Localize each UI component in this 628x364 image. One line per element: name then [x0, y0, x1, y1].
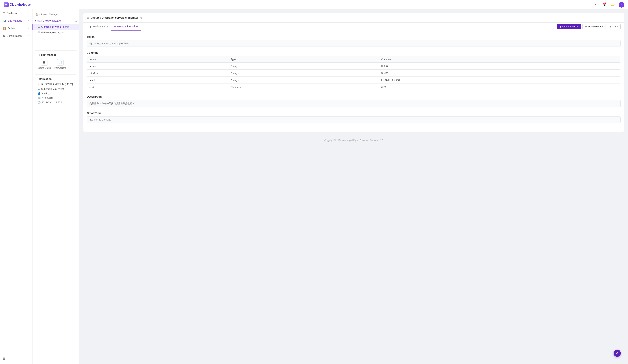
col-type: Number ▾	[229, 84, 379, 91]
tree-group-header[interactable]: ✦ 线上交易服务监控工程 ▲	[32, 18, 79, 24]
content-card: ☰ Group：Gjd:trade_servcalls_monitor ⧉ ◆ …	[83, 13, 625, 132]
app-logo[interactable]: ★ XL-LightHouse	[3, 2, 31, 7]
table-row: interface String ▾ 接口名	[87, 70, 621, 77]
tree-item-gjd-trade-source-stat[interactable]: ☰ Gjd:trade_source_stat	[32, 30, 79, 35]
info-stat-text: 线上交易服务监控指标	[41, 87, 65, 90]
create-group-icon: ☰	[41, 59, 47, 66]
columns-table: Name Type Comment service String ▾	[87, 56, 621, 91]
more-button[interactable]: ⊕ More	[607, 24, 621, 29]
table-row: result String ▾ 0：成功，1：失败	[87, 77, 621, 84]
sidebar-item-stat-manage-label: Stat Manage	[8, 19, 27, 22]
sidebar-item-dashboard-label: Dashboard	[7, 12, 27, 15]
sidebar-item-stat-manage[interactable]: 📊 Stat Manage ▾	[0, 17, 32, 24]
permissions-icon: 📄	[57, 59, 64, 66]
notification-icon[interactable]: 📅	[601, 2, 607, 7]
tree-group-name: 线上交易服务监控工程	[38, 19, 61, 22]
sidebar-item-configuration[interactable]: ⚙ Configuration ▾	[0, 32, 32, 40]
breadcrumb-current: Project Manage	[41, 13, 58, 16]
breadcrumb: 🏠 / Project Manage	[32, 11, 79, 17]
info-project-icon: ✦	[38, 83, 40, 85]
chevron-down-icon-4: ▾	[28, 35, 29, 37]
info-stat-icon: ☰	[38, 87, 40, 90]
tab-statistic-items[interactable]: ◆ Statistic Items	[87, 22, 111, 31]
panel-actions: ☰ Create Group 📄 Permissions	[38, 59, 74, 69]
tab-group-icon: ☰	[114, 25, 116, 28]
columns-table-header-row: Name Type Comment	[87, 56, 621, 63]
description-label: Description	[87, 95, 621, 98]
description-value: 交易服务 -- 依赖外部接口调用量数据监控！	[87, 100, 621, 107]
content-body: Token Gjd:trade_servcalls_monitor [10030…	[83, 31, 624, 132]
fab-button[interactable]: A	[614, 350, 621, 357]
type-chevron-icon[interactable]: ▾	[238, 72, 239, 74]
topnav: ★ XL-LightHouse ✂ 📅 🌙 A	[0, 0, 628, 9]
theme-icon[interactable]: 🌙	[610, 2, 616, 7]
content-card-table-icon: ☰	[87, 16, 89, 19]
menu-icon[interactable]: ☰	[3, 357, 5, 360]
content-card-title: Group：Gjd:trade_servcalls_monitor	[91, 16, 138, 19]
tree-item-gjd-trade-servcalls-monitor-label: Gjd:trade_servcalls_monitor	[41, 25, 70, 28]
col-type: String ▾	[229, 70, 379, 77]
home-icon[interactable]: 🏠	[35, 13, 38, 16]
info-time-text: 2024-04-11 18:50:31	[42, 101, 64, 104]
copy-icon[interactable]: ⧉	[140, 16, 142, 19]
create-statistic-btn-icon: ◆	[560, 25, 561, 28]
update-group-btn-label: Update Group	[588, 25, 603, 28]
create-time-value: 2024-04-11 18:59:13	[87, 116, 621, 123]
create-statistic-button[interactable]: ◆ Create Statistic	[557, 24, 581, 29]
col-comment: 服务方	[379, 63, 621, 70]
avatar[interactable]: A	[619, 2, 625, 7]
info-row-project: ✦ 线上交易服务监控工程 [11120]	[38, 83, 74, 86]
info-dept-text: 产品体验部	[42, 96, 53, 100]
information-card-title: Information	[38, 77, 74, 80]
content-card-header: ☰ Group：Gjd:trade_servcalls_monitor ⧉	[83, 13, 624, 22]
sidebar-item-orders-label: Orders	[8, 27, 27, 30]
more-btn-label: More	[613, 25, 618, 28]
col-type: String ▾	[229, 77, 379, 84]
table-row: service String ▾ 服务方	[87, 63, 621, 70]
fab-char: A	[616, 352, 618, 355]
sidebar-item-configuration-label: Configuration	[7, 34, 27, 37]
scissors-icon[interactable]: ✂	[593, 2, 598, 7]
type-chevron-icon[interactable]: ▾	[238, 79, 239, 81]
col-comment: 0：成功，1：失败	[379, 77, 621, 84]
sidebar-item-orders[interactable]: 📋 Orders ▾	[0, 24, 32, 32]
create-group-action[interactable]: ☰ Create Group	[38, 59, 51, 69]
update-group-button[interactable]: ☰ Update Group	[582, 24, 606, 29]
project-manage-card-title: Project Manage	[38, 53, 74, 56]
col-name: interface	[87, 70, 229, 77]
create-time-label: CreateTime	[87, 111, 621, 115]
info-row-time: 🕐 2024-04-11 18:50:31	[38, 101, 74, 104]
info-row-admin: 👤 admin;	[38, 92, 74, 95]
col-name: result	[87, 77, 229, 84]
permissions-action[interactable]: 📄 Permissions	[55, 59, 66, 69]
col-type: String ▾	[229, 63, 379, 70]
chevron-down-icon-3: ▾	[28, 27, 29, 30]
logo-icon: ★	[3, 2, 9, 7]
chevron-down-icon: ▾	[28, 12, 29, 14]
col-name: cost	[87, 84, 229, 91]
token-label: Token	[87, 35, 621, 38]
topnav-right: ✂ 📅 🌙 A	[593, 2, 625, 7]
dashboard-icon: ⊞	[3, 11, 5, 15]
col-header-comment: Comment	[379, 56, 621, 63]
footer: Copyright © 2024 XueLing All Rights Rese…	[83, 136, 625, 145]
columns-section: Columns Name Type Comment service	[87, 51, 621, 91]
tree-item-gjd-trade-servcalls-monitor[interactable]: ☰ Gjd:trade_servcalls_monitor	[32, 24, 79, 30]
col-name: service	[87, 63, 229, 70]
app-name: XL-LightHouse	[10, 3, 31, 6]
col-header-name: Name	[87, 56, 229, 63]
create-statistic-btn-label: Create Statistic	[562, 25, 578, 28]
sidebar-item-dashboard[interactable]: ⊞ Dashboard ▾	[0, 9, 32, 17]
footer-text: Copyright © 2024 XueLing All Rights Rese…	[324, 139, 383, 142]
col-comment: 接口名	[379, 70, 621, 77]
tab-group-information[interactable]: ☰ Group Information	[111, 22, 141, 31]
description-section: Description 交易服务 -- 依赖外部接口调用量数据监控！	[87, 95, 621, 107]
tab-statistic-icon: ◆	[90, 25, 91, 28]
tree-group: ✦ 线上交易服务监控工程 ▲ ☰ Gjd:trade_servcalls_mon…	[32, 18, 79, 35]
type-chevron-icon[interactable]: ▾	[240, 86, 241, 88]
type-chevron-icon[interactable]: ▾	[238, 65, 239, 67]
table-icon: ☰	[38, 26, 40, 28]
project-panel: 🏠 / Project Manage ✦ 线上交易服务监控工程 ▲ ☰ Gjd:…	[32, 9, 79, 364]
project-tree: ✦ 线上交易服务监控工程 ▲ ☰ Gjd:trade_servcalls_mon…	[32, 17, 79, 36]
tab-group-information-label: Group Information	[117, 25, 138, 28]
